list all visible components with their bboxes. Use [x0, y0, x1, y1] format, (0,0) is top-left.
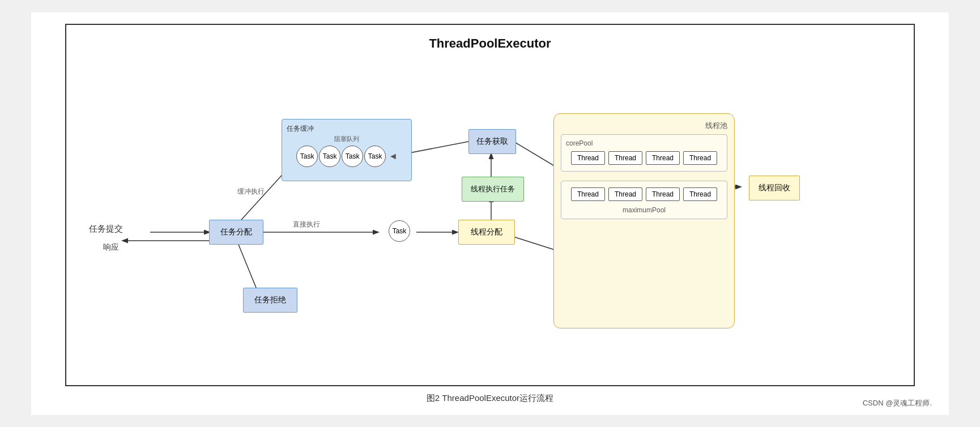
task-circle-1: Task: [296, 146, 318, 167]
task-buffer-area: 任务缓冲 阻塞队列 Task Task Task Task ◄: [282, 119, 412, 181]
task-single-circle: Task: [389, 220, 410, 242]
task-submit-label: 任务提交: [89, 224, 123, 234]
thread-box-5: Thread: [571, 187, 605, 201]
thread-allocate-label: 线程分配: [471, 227, 502, 237]
credit-label: CSDN @灵魂工程师.: [863, 398, 932, 408]
thread-box-1: Thread: [571, 151, 605, 165]
task-reject-label: 任务拒绝: [254, 295, 286, 305]
task-acquire-label: 任务获取: [476, 136, 508, 147]
thread-box-4: Thread: [683, 151, 717, 165]
thread-box-8: Thread: [683, 187, 717, 201]
task-distribute-box: 任务分配: [209, 220, 263, 245]
task-distribute-label: 任务分配: [220, 227, 252, 237]
thread-recycle-box: 线程回收: [749, 176, 800, 200]
page-wrapper: ThreadPoolExecutor: [31, 12, 949, 415]
response-label: 响应: [103, 242, 119, 253]
task-acquire-box: 任务获取: [468, 129, 516, 154]
svg-line-4: [236, 239, 259, 294]
thread-recycle-label: 线程回收: [759, 183, 790, 193]
core-pool-label: corePool: [566, 139, 722, 147]
task-buffer-title: 任务缓冲: [287, 124, 407, 134]
thread-pool-area: 线程池 corePool Thread Thread Thread Thread…: [553, 113, 735, 328]
thread-box-7: Thread: [646, 187, 680, 201]
diagram-caption: 图2 ThreadPoolExecutor运行流程: [42, 393, 938, 404]
direct-exec-label: 直接执行: [293, 220, 320, 229]
thread-allocate-box: 线程分配: [458, 220, 515, 245]
thread-box-6: Thread: [608, 187, 642, 201]
task-circle-4: Task: [364, 146, 386, 167]
buffer-exec-label: 缓冲执行: [237, 187, 265, 197]
thread-exec-task-label: 线程执行任务: [471, 184, 515, 194]
thread-box-3: Thread: [646, 151, 680, 165]
diagram-title: ThreadPoolExecutor: [78, 36, 902, 51]
diagram-border: ThreadPoolExecutor: [65, 24, 915, 386]
max-pool-label: maximumPool: [566, 206, 722, 214]
diagram-area: 任务提交 响应 任务分配 缓冲执行 直接执行 任务缓冲 阻塞队列 Task Ta…: [78, 68, 902, 374]
task-reject-box: 任务拒绝: [243, 288, 297, 313]
task-circle-3: Task: [342, 146, 363, 167]
thread-exec-task-box: 线程执行任务: [462, 177, 524, 202]
block-queue-title: 阻塞队列: [287, 135, 407, 143]
task-circle-2: Task: [319, 146, 340, 167]
task-single-label: Task: [393, 227, 407, 235]
thread-pool-title: 线程池: [561, 121, 727, 131]
thread-box-2: Thread: [608, 151, 642, 165]
